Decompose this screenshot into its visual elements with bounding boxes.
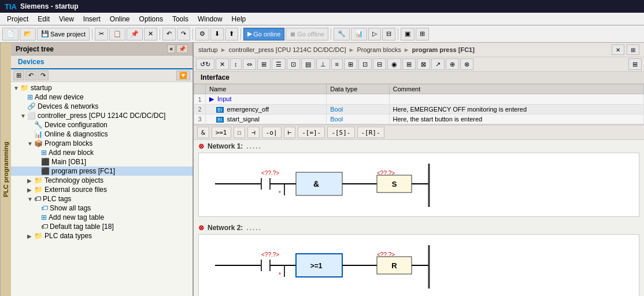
main-toolbar: 📄 📂 💾 Save project ✂ 📋 📌 ✕ ↶ ↷ ⚙ ⬇ ⬆ ▶ G… [0, 25, 644, 43]
menu-edit[interactable]: Edit [33, 15, 54, 23]
project-tree: ▼ 📁 startup ⊞ Add new device 🔗 Devices &… [11, 82, 193, 296]
or-button[interactable]: >=1 [212, 127, 231, 138]
tree-item-external[interactable]: ▶ 📁 External source files [11, 185, 193, 194]
coil-s-button[interactable]: -[S]- [327, 127, 354, 138]
redo-button[interactable]: ↷ [177, 28, 190, 40]
lad-tool-11[interactable]: ⊞ [344, 58, 357, 70]
breadcrumb-controller[interactable]: controller_press [CPU 1214C DC/DC/DC] [229, 46, 346, 53]
menu-project[interactable]: Project [2, 15, 33, 23]
properties-button[interactable]: 🔧 [334, 28, 350, 40]
compile-button[interactable]: ⚙ [195, 28, 209, 40]
tree-item-add-block[interactable]: ⊞ Add new block [11, 148, 193, 157]
menu-online[interactable]: Online [105, 15, 135, 23]
panel-pin-button[interactable]: 📌 [176, 45, 188, 53]
tree-item-program-blocks[interactable]: ▼ 📦 Program blocks [11, 139, 193, 148]
tree-item-plc-tags[interactable]: ▼ 🏷 PLC tags [11, 194, 193, 204]
new-project-button[interactable]: 📄 [2, 28, 18, 40]
tree-label-add-block: Add new block [49, 149, 94, 157]
menu-view[interactable]: View [54, 15, 79, 23]
block-toolbar: ↺↻ ✕ ↕ ⇔ ⊞ ☰ ⊡ ▤ ⊥ ≡ ⊞ ⊡ ⊟ ◉ ⊞ ⊠ ↗ ⊕ ⊗ ⊞ [194, 57, 644, 72]
tree-item-default-tags[interactable]: 🏷 Default tag table [18] [11, 222, 193, 231]
lad-tool-19[interactable]: ⊗ [460, 58, 473, 70]
tree-back-button[interactable]: ↶ [25, 71, 36, 80]
panel-collapse-button[interactable]: « [167, 45, 175, 53]
stop-simulation-button[interactable]: ⊟ [382, 28, 395, 40]
contact-no-button[interactable]: ⊣ [247, 127, 260, 138]
tree-item-online-diag[interactable]: 📊 Online & diagnostics [11, 130, 193, 139]
lad-tool-10[interactable]: ≡ [331, 58, 343, 70]
menu-window[interactable]: Window [193, 15, 227, 23]
delete-button[interactable]: ✕ [144, 28, 157, 40]
tree-forward-button[interactable]: ↷ [38, 71, 49, 80]
download-button[interactable]: ⬇ [210, 28, 224, 40]
lad-tool-3[interactable]: ↕ [230, 58, 242, 70]
lad-tool-4[interactable]: ⇔ [243, 58, 256, 70]
lad-tool-6[interactable]: ☰ [272, 58, 286, 70]
tree-item-add-tag-table[interactable]: ⊞ Add new tag table [11, 213, 193, 222]
tree-item-technology[interactable]: ▶ 📁 Technology objects [11, 176, 193, 185]
breadcrumb-startup[interactable]: startup [198, 46, 218, 53]
lad-tool-7[interactable]: ⊡ [287, 58, 300, 70]
menu-insert[interactable]: Insert [79, 15, 105, 23]
menu-help[interactable]: Help [227, 15, 251, 23]
copy-button[interactable]: 📋 [109, 28, 125, 40]
lad-tool-9[interactable]: ⊥ [316, 58, 330, 70]
paste-button[interactable]: 📌 [127, 28, 143, 40]
coil-r-button[interactable]: -[R]- [357, 127, 384, 138]
view-btn-2[interactable]: ⊞ [416, 28, 429, 40]
cut-button[interactable]: ✂ [95, 28, 108, 40]
lad-tool-17[interactable]: ↗ [431, 58, 445, 70]
lad-tool-2[interactable]: ✕ [216, 58, 229, 70]
and-button[interactable]: & [197, 127, 209, 138]
table-row[interactable]: 1 ▶ Input [194, 94, 644, 105]
lad-tool-8[interactable]: ▤ [301, 58, 315, 70]
maximize-editor-button[interactable]: ⊞ [627, 45, 639, 55]
xor-button[interactable]: ☐ [234, 127, 246, 138]
connect-button[interactable]: ⊢ [284, 127, 296, 138]
table-row[interactable]: 3 BI start_signal Bool Here, the start b… [194, 114, 644, 124]
go-online-button[interactable]: ▶ Go online [243, 28, 284, 40]
tree-item-device-config[interactable]: 🔧 Device configuration [11, 120, 193, 130]
lad-tool-12[interactable]: ⊡ [358, 58, 372, 70]
lad-tool-1[interactable]: ↺↻ [196, 58, 214, 70]
lad-tool-5[interactable]: ⊞ [257, 58, 271, 70]
lad-tool-16[interactable]: ⊠ [417, 58, 430, 70]
menu-tools[interactable]: Tools [168, 15, 193, 23]
tree-item-show-tags[interactable]: 🏷 Show all tags [11, 204, 193, 213]
lad-tool-15[interactable]: ⊞ [402, 58, 416, 70]
tree-item-plc-datatypes[interactable]: ▶ 📁 PLC data types [11, 231, 193, 240]
contact-nc-button[interactable]: -o| [262, 127, 282, 138]
save-project-button[interactable]: 💾 Save project [37, 28, 90, 40]
tree-item-startup[interactable]: ▼ 📁 startup [11, 83, 193, 92]
open-button[interactable]: 📂 [20, 28, 36, 40]
upload-button[interactable]: ⬆ [225, 28, 238, 40]
tree-arrow-external: ▶ [27, 187, 34, 193]
table-row[interactable]: 2 BI emergency_off Bool Here, EMERGENCY … [194, 105, 644, 114]
tree-filter-button[interactable]: 🔽 [176, 71, 190, 80]
tree-item-controller[interactable]: ▼ ⬜ controller_press [CPU 1214C DC/DC/DC… [11, 111, 193, 120]
lad-tool-14[interactable]: ◉ [387, 58, 401, 70]
start-simulation-button[interactable]: ▷ [368, 28, 381, 40]
close-editor-button[interactable]: ✕ [612, 45, 624, 55]
tree-item-add-device[interactable]: ⊞ Add new device [11, 92, 193, 102]
menu-options[interactable]: Options [135, 15, 168, 23]
coil-eq-button[interactable]: -[=]- [298, 127, 325, 138]
lad-tool-18[interactable]: ⊕ [446, 58, 459, 70]
go-offline-button[interactable]: ⏹ Go offline [286, 28, 328, 40]
tree-item-program-press[interactable]: ⬛ program press [FC1] [11, 166, 193, 176]
add-block-icon: ⊞ [41, 149, 47, 157]
view-btn-1[interactable]: ▣ [401, 28, 414, 40]
tree-expand-button[interactable]: ⊞ [13, 71, 24, 80]
devices-tab[interactable]: Devices [11, 56, 193, 69]
accessible-button[interactable]: 📊 [351, 28, 367, 40]
breadcrumb-program-blocks[interactable]: Program blocks [357, 46, 401, 53]
lad-tool-13[interactable]: ⊟ [373, 58, 386, 70]
tree-item-devices-networks[interactable]: 🔗 Devices & networks [11, 102, 193, 111]
expand-button[interactable]: ⊞ [628, 58, 642, 70]
emergency-off-label: emergency_off [227, 106, 269, 113]
toolbar-sep-6 [398, 28, 398, 40]
tree-toolbar: ⊞ ↶ ↷ 🔽 [11, 69, 193, 82]
tree-item-main-ob1[interactable]: ⬛ Main [OB1] [11, 157, 193, 166]
undo-button[interactable]: ↶ [162, 28, 176, 40]
col-datatype: Data type [327, 84, 389, 94]
